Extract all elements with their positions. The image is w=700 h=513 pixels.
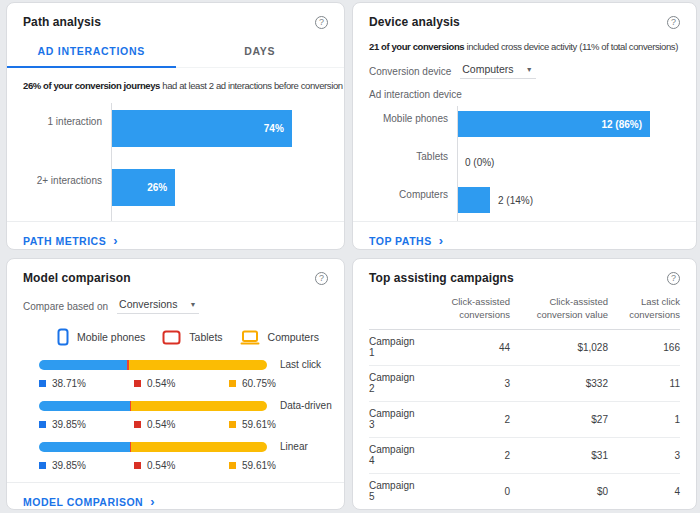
path-analysis-tabs: AD INTERACTIONS DAYS [7,37,344,68]
bar-value-label: 26% [147,182,167,193]
bar-1-interaction: 74% [112,110,292,147]
model-group-linear: Linear 39.85% 0.54% 59.61% [23,441,328,471]
top-assisting-title: Top assisting campaigns [369,271,514,285]
device-legend: Mobile phones Tablets Computers [7,318,344,359]
cell-value: 2 [418,401,510,437]
model-comparison-card: Model comparison ? Compare based on Conv… [6,258,345,510]
segment-values-row: 39.85% 0.54% 59.61% [23,460,328,471]
model-comparison-title: Model comparison [23,271,131,285]
help-icon[interactable]: ? [315,16,328,29]
model-comparison-chart: Last click 38.71% 0.54% 60.75% Data-driv… [7,359,344,482]
value-tablets: 0.54% [134,460,229,471]
blue-square-icon [39,380,46,387]
model-comparison-header: Model comparison ? [7,259,344,291]
cell-value: 44 [418,329,510,365]
device-chart: Mobile phones Tablets Computers 12 (86%)… [353,106,696,221]
description-rest: had at least 2 ad interactions before co… [160,80,343,91]
tablet-icon [162,330,181,345]
segment-mobile [39,401,130,411]
cell-value: $0 [510,473,608,509]
legend-item-computers: Computers [240,330,319,345]
conversion-device-dropdown[interactable]: Computers ▼ [460,63,535,79]
campaign-name: Campaign 1 [369,329,418,365]
path-metrics-link[interactable]: PATH METRICS› [23,235,118,247]
cell-value: 3 [608,437,680,473]
model-group-last-click: Last click 38.71% 0.54% 60.75% [23,359,328,389]
cell-value: $31 [510,437,608,473]
description-bold: 26% of your conversion journeys [23,80,160,91]
value-label: 0.54% [147,460,175,471]
category-label: Tablets [353,144,448,170]
help-icon[interactable]: ? [315,272,328,285]
compare-metric-dropdown[interactable]: Conversions ▼ [117,298,199,314]
cell-value: 1 [608,401,680,437]
value-label: 39.85% [52,419,86,430]
chevron-down-icon: ▼ [189,301,196,308]
path-analysis-header: Path analysis ? [7,3,344,35]
value-mobile: 39.85% [39,460,134,471]
cell-value: $27 [510,401,608,437]
value-label: 59.61% [242,419,276,430]
dashboard-grid: Path analysis ? AD INTERACTIONS DAYS 26%… [0,0,700,510]
red-square-icon [134,421,141,428]
cell-value: 0 [418,473,510,509]
campaign-name: Campaign 3 [369,401,418,437]
chart-category-labels: 1 interaction 2+ interactions [7,103,111,221]
bar-value-label: 0 (0%) [465,157,494,168]
blue-square-icon [39,462,46,469]
path-analysis-description: 26% of your conversion journeys had at l… [7,68,344,95]
tab-ad-interactions[interactable]: AD INTERACTIONS [7,37,176,67]
stacked-bar [39,401,267,411]
campaign-name: Campaign 4 [369,437,418,473]
legend-label: Tablets [189,331,222,343]
bar-value-label: 2 (14%) [498,195,533,206]
description-bold: 21 of your conversions [369,41,464,52]
segment-values-row: 39.85% 0.54% 59.61% [23,419,328,430]
value-computers: 60.75% [229,378,324,389]
value-computers: 59.61% [229,460,324,471]
help-icon[interactable]: ? [667,272,680,285]
segment-mobile [39,360,127,370]
value-mobile: 38.71% [39,378,134,389]
description-rest: included cross device activity (11% of t… [464,41,678,52]
stacked-bar-row: Linear [23,441,328,452]
bar-mobile-phones: 12 (86%) [458,111,650,137]
segment-values-row: 38.71% 0.54% 60.75% [23,378,328,389]
chevron-right-icon: › [439,236,444,246]
red-square-icon [134,462,141,469]
path-interactions-chart: 1 interaction 2+ interactions 74% 26% [7,103,344,221]
header-click-assisted-conversions: Click-assisted conversions [418,293,510,329]
yellow-square-icon [229,462,236,469]
header-campaign [369,293,418,329]
value-tablets: 0.54% [134,378,229,389]
conversion-device-selector-row: Conversion device Computers ▼ [353,56,696,83]
device-analysis-title: Device analysis [369,15,460,29]
header-last-click-conversions: Last click conversions [608,293,680,329]
category-label: 2+ interactions [7,162,102,199]
legend-label: Mobile phones [77,331,145,343]
cell-value: 11 [608,365,680,401]
value-tablets: 0.54% [134,419,229,430]
device-analysis-description: 21 of your conversions included cross de… [353,35,696,56]
device-analysis-footer: TOP PATHS› [353,221,696,250]
dropdown-value: Conversions [119,298,177,310]
top-assisting-campaigns-card: Top assisting campaigns ? Click-assisted… [352,258,697,510]
chevron-down-icon: ▼ [526,66,533,73]
model-comparison-link[interactable]: MODEL COMPARISON› [23,496,155,508]
table-row: Campaign 1 44 $1,028 166 [369,329,680,365]
bar-row-mobile-phones: 12 (86%) [458,111,680,137]
tab-days[interactable]: DAYS [176,37,345,67]
chart-category-labels: Mobile phones Tablets Computers [353,106,457,221]
model-group-data-driven: Data-driven 39.85% 0.54% 59.61% [23,400,328,430]
campaign-name: Campaign 2 [369,365,418,401]
legend-label: Computers [268,331,319,343]
category-label: Mobile phones [353,106,448,132]
model-comparison-footer: MODEL COMPARISON› [7,482,344,510]
category-label: 1 interaction [7,103,102,140]
chevron-right-icon: › [113,236,118,246]
help-icon[interactable]: ? [667,16,680,29]
stacked-bar [39,442,267,452]
campaign-name: Campaign 5 [369,473,418,509]
top-paths-link[interactable]: TOP PATHS› [369,235,444,247]
laptop-icon [240,330,260,345]
